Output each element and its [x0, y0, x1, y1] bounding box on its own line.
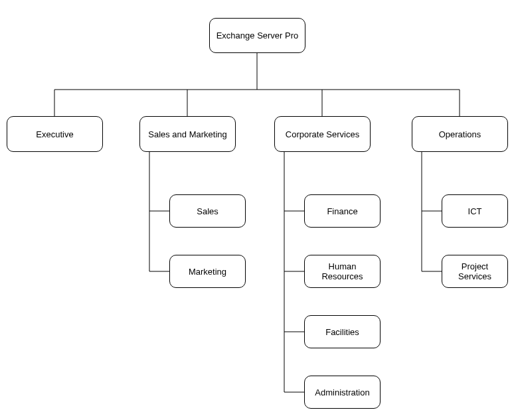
node-sales-label: Sales	[197, 206, 218, 216]
node-ict: ICT	[442, 194, 508, 228]
node-ict-label: ICT	[468, 206, 482, 216]
node-facilities: Facilities	[304, 315, 381, 348]
node-finance: Finance	[304, 194, 381, 228]
node-corporate-services: Corporate Services	[274, 116, 371, 152]
node-sales-and-marketing-label: Sales and Marketing	[148, 129, 227, 139]
node-project-services-label: Project Services	[445, 261, 505, 281]
node-administration-label: Administration	[315, 387, 369, 397]
node-operations-label: Operations	[439, 129, 481, 139]
node-human-resources-label: Human Resources	[307, 261, 377, 281]
node-executive: Executive	[7, 116, 103, 152]
node-root-label: Exchange Server Pro	[216, 31, 299, 40]
node-sales: Sales	[169, 194, 246, 228]
node-executive-label: Executive	[36, 129, 73, 139]
node-project-services: Project Services	[442, 255, 508, 288]
node-sales-and-marketing: Sales and Marketing	[139, 116, 236, 152]
node-facilities-label: Facilities	[325, 327, 359, 337]
node-finance-label: Finance	[327, 206, 357, 216]
node-operations: Operations	[412, 116, 508, 152]
node-human-resources: Human Resources	[304, 255, 381, 288]
org-chart-connectors	[0, 0, 514, 420]
node-marketing: Marketing	[169, 255, 246, 288]
node-administration: Administration	[304, 376, 381, 409]
node-corporate-services-label: Corporate Services	[286, 129, 359, 139]
node-marketing-label: Marketing	[189, 267, 226, 277]
node-root: Exchange Server Pro	[209, 18, 305, 53]
